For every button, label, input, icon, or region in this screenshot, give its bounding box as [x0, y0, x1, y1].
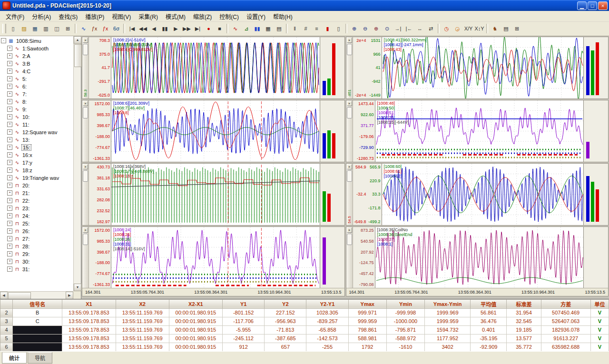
- panel-scroll-thumb[interactable]: [347, 234, 352, 245]
- expand-icon[interactable]: +: [7, 99, 12, 104]
- time-clock-button[interactable]: ◷: [441, 23, 452, 34]
- expand-icon[interactable]: +: [7, 76, 12, 81]
- panel-scroll-thumb[interactable]: [83, 234, 88, 245]
- menu-item-7[interactable]: 缩放(Z): [189, 11, 216, 21]
- panel-close-button[interactable]: ×: [83, 101, 88, 106]
- tree-item-16[interactable]: +∿17:y: [1, 159, 73, 167]
- expand-icon[interactable]: +: [7, 84, 12, 89]
- expand-icon[interactable]: +: [7, 167, 12, 173]
- expand-icon[interactable]: +: [7, 114, 12, 119]
- bar-view-button[interactable]: ▮▮: [252, 23, 263, 34]
- table-row[interactable]: 2B13:55:09.178.85313:55:11.159.76900:00:…: [0, 308, 609, 317]
- history-clock-button[interactable]: ◶: [452, 23, 463, 34]
- expand-icon[interactable]: +: [7, 122, 12, 127]
- panel-close-button[interactable]: ×: [347, 227, 352, 233]
- scroll-left-icon[interactable]: ◀: [0, 292, 8, 299]
- table-row[interactable]: 513:55:09.178.85313:55:11.159.76900:00:0…: [0, 334, 609, 343]
- stop-button[interactable]: ■: [214, 23, 225, 34]
- tree-item-25[interactable]: +⊓26:: [1, 227, 73, 235]
- expand-icon[interactable]: +: [7, 91, 12, 97]
- tree-item-9[interactable]: +∿9:: [1, 106, 73, 113]
- tree-item-30[interactable]: +⊓31:: [1, 266, 73, 273]
- zoom-fit-button[interactable]: ⊙: [382, 23, 393, 34]
- list-panels-button[interactable]: ▤: [501, 23, 511, 34]
- menu-item-6[interactable]: 模式(M): [162, 11, 189, 21]
- tree-item-27[interactable]: +⊓28:: [1, 243, 73, 250]
- tree-item-21[interactable]: +⊓22:: [1, 197, 73, 205]
- scroll-right-icon[interactable]: ▶: [66, 292, 73, 299]
- axis-xy-swap-button[interactable]: X↕Y: [474, 23, 485, 34]
- menu-item-9[interactable]: 设置(Y): [243, 11, 269, 21]
- expand-icon[interactable]: +: [7, 236, 12, 241]
- new-file-button[interactable]: ▯: [8, 23, 19, 34]
- expand-icon[interactable]: +: [7, 183, 12, 188]
- bottom-tab-1[interactable]: 统计: [2, 352, 27, 364]
- expand-icon[interactable]: +: [7, 190, 12, 196]
- panel-scroll-strip[interactable]: ×-851: [346, 37, 353, 98]
- panel-close-button[interactable]: ×: [83, 38, 88, 43]
- panel-close-button[interactable]: ×: [347, 101, 352, 106]
- expand-icon[interactable]: +: [7, 137, 12, 142]
- tree-item-29[interactable]: +⊓30:: [1, 258, 73, 266]
- menu-item-10[interactable]: 帮助(H): [269, 11, 296, 21]
- tree-item-26[interactable]: +⊓27:: [1, 235, 73, 243]
- expand-icon[interactable]: +: [7, 160, 12, 165]
- expand-icon[interactable]: +: [7, 53, 12, 59]
- tile-panels-button[interactable]: ⊞: [511, 23, 522, 34]
- scroll-up-icon[interactable]: ▲: [74, 36, 81, 44]
- save-file-button[interactable]: ▦: [29, 23, 40, 34]
- waveform-view-button[interactable]: ∿: [230, 23, 241, 34]
- expand-icon[interactable]: +: [7, 175, 12, 180]
- formula-fx-button[interactable]: ƒx: [89, 23, 100, 34]
- plot-area[interactable]: [1008:16]x[368V][1008:17]y[448.888V][100…: [111, 164, 320, 225]
- panel-scroll-strip[interactable]: ×58.3: [82, 37, 89, 98]
- tree-item-14[interactable]: +∿15:: [1, 144, 73, 151]
- pause-button[interactable]: ▮▮: [159, 23, 170, 34]
- zoom-in-y-button[interactable]: ⊕: [371, 23, 382, 34]
- tree-item-18[interactable]: +∿19:Triangle wav: [1, 174, 73, 182]
- panel-scroll-strip[interactable]: ×: [82, 164, 89, 225]
- menu-item-2[interactable]: 查找(S): [55, 11, 81, 21]
- expand-icon[interactable]: +: [7, 266, 12, 272]
- axis-xy-button[interactable]: X/Y: [463, 23, 474, 34]
- tree-item-23[interactable]: +⊓24:: [1, 212, 73, 220]
- goto-start-button[interactable]: |◀: [127, 23, 138, 34]
- plot-area[interactable]: [1008:41][960.322mm][1008:42][-247.1mm][…: [382, 37, 584, 98]
- overlay-view-button[interactable]: ≡: [311, 23, 322, 34]
- plot-area[interactable]: [1008:35]CoilNo[1008:36]SteelEnd[1008:37…: [375, 227, 584, 288]
- expand-icon[interactable]: +: [7, 46, 12, 51]
- record-button[interactable]: ●: [203, 23, 214, 34]
- tree-item-2[interactable]: +∿2:A: [1, 52, 73, 60]
- table-view-button[interactable]: ▤: [274, 23, 285, 34]
- panel-scroll-thumb[interactable]: [347, 170, 352, 182]
- expand-icon[interactable]: +: [7, 145, 12, 150]
- expand-icon[interactable]: +: [7, 69, 12, 74]
- menu-item-8[interactable]: 控制(C): [216, 11, 243, 21]
- menu-item-3[interactable]: 播放(P): [81, 11, 108, 21]
- tree-item-1[interactable]: +∿1:Sawtooth: [1, 45, 73, 52]
- tree-item-28[interactable]: +⊓29:: [1, 250, 73, 258]
- expand-icon[interactable]: +: [7, 259, 12, 264]
- panel-close-button[interactable]: ×: [83, 227, 88, 233]
- expand-x-button[interactable]: ↔: [414, 23, 425, 34]
- marker-button[interactable]: #: [300, 23, 311, 34]
- rewind-button[interactable]: ◀◀: [138, 23, 148, 34]
- maximize-button[interactable]: □: [588, 1, 597, 10]
- plot-area[interactable]: [1008:60][1008:61][1008:62]: [382, 164, 584, 225]
- panel-close-button[interactable]: ×: [347, 164, 352, 169]
- expand-icon[interactable]: +: [7, 228, 12, 234]
- menu-item-0[interactable]: 文件(F): [2, 11, 28, 21]
- table-row[interactable]: 413:55:09.178.85313:55:11.159.76900:00:0…: [0, 325, 609, 334]
- export-data-button[interactable]: ⊞: [62, 23, 73, 34]
- tree-item-17[interactable]: +∿18:z: [1, 167, 73, 174]
- plot-area[interactable]: [1008:6][201.309V][1008:7][46.46V][1008:…: [111, 100, 320, 162]
- grid-view-button[interactable]: ▦: [263, 23, 274, 34]
- rgb-meter-button[interactable]: ▮: [322, 23, 333, 34]
- panel-scroll-thumb[interactable]: [83, 170, 88, 182]
- menu-item-4[interactable]: 视图(V): [108, 11, 135, 21]
- plot-area[interactable]: [1008:2]A[-516V][1008:3]B[485.033V][1008…: [111, 37, 320, 98]
- tree-item-8[interactable]: +∿8:: [1, 98, 73, 106]
- tree-item-24[interactable]: +⊓25:: [1, 220, 73, 227]
- table-row[interactable]: 613:55:09.178.85313:55:11.159.76900:00:0…: [0, 343, 609, 351]
- expand-icon[interactable]: +: [7, 129, 12, 135]
